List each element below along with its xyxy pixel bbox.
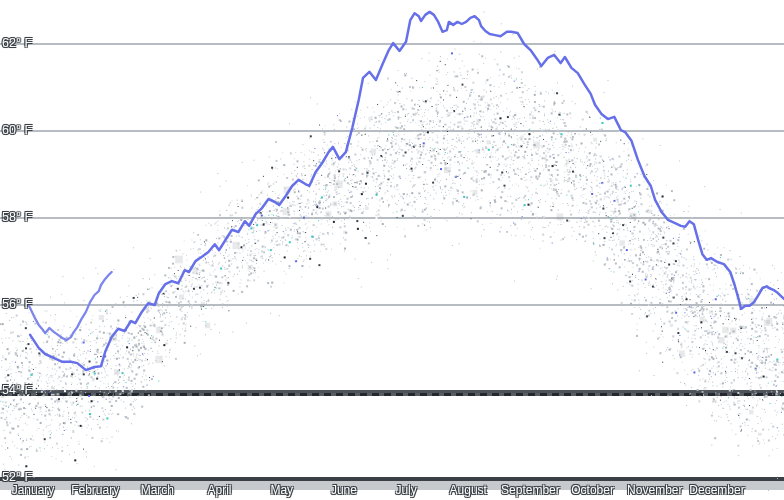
x-axis-label-october: October [571,483,614,497]
x-axis-label-april: April [208,483,232,497]
x-axis-label-february: February [71,483,119,497]
y-axis-label-60f: 60° F [2,123,32,137]
line-layer [0,0,784,500]
x-axis-label-september: September [501,483,560,497]
x-axis-label-march: March [141,483,174,497]
temperature-chart[interactable]: 62° F60° F58° F56° F54° F52° FJanuaryFeb… [0,0,784,500]
x-axis-label-may: May [270,483,293,497]
temperature-line [30,12,784,370]
x-axis-label-december: December [689,483,744,497]
y-axis-label-62f: 62° F [2,36,32,50]
y-axis-label-58f: 58° F [2,210,32,224]
y-axis-label-54f: 54° F [2,383,32,397]
x-axis-label-july: July [395,483,416,497]
x-axis-label-january: January [12,483,55,497]
x-axis-label-november: November [627,483,682,497]
y-axis-label-56f: 56° F [2,297,32,311]
secondary-line-segment [26,272,112,340]
x-axis-label-june: June [331,483,357,497]
x-axis-label-august: August [450,483,487,497]
